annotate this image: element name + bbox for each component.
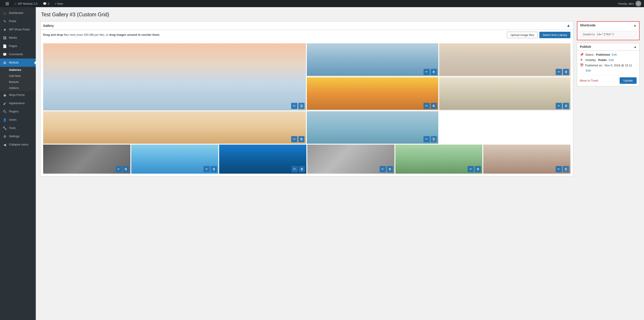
- edit-image-button-7[interactable]: ✏: [424, 136, 430, 142]
- wp-logo-button[interactable]: ⊞: [3, 0, 12, 7]
- sidebar-item-appearance[interactable]: 🖌 Appearance: [0, 99, 36, 107]
- publish-header[interactable]: Publish ▲: [577, 43, 639, 50]
- gallery-item-actions-2: ✏ 🗑: [424, 69, 437, 75]
- delete-image-button-11[interactable]: 🗑: [387, 166, 393, 172]
- pages-icon: 📄: [3, 44, 7, 48]
- edit-image-button-3[interactable]: ✏: [556, 69, 562, 75]
- sidebar-item-settings[interactable]: ⚙ Settings: [0, 132, 36, 141]
- sidebar-item-wp-show-posts[interactable]: ★ WP Show Posts: [0, 25, 36, 34]
- sidebar-sub-addons[interactable]: Addons: [0, 85, 36, 91]
- wp-show-posts-icon: ★: [3, 27, 7, 32]
- main-panel: Gallery ▲ Drag and drop files here (max …: [40, 21, 573, 180]
- gallery-item-swimming[interactable]: ✏ 🗑: [219, 145, 306, 174]
- move-to-trash-link[interactable]: Move to Trash: [580, 79, 598, 82]
- gallery-meta-box-header[interactable]: Gallery ▲: [40, 21, 573, 30]
- gallery-item-actions-12: ✏ 🗑: [468, 166, 481, 172]
- gallery-item-runners[interactable]: ✏ 🗑: [307, 145, 394, 174]
- gallery-item-actions-4: ✏ 🗑: [424, 103, 437, 109]
- site-name-button[interactable]: ⌂ WP Modula 2.0: [12, 0, 40, 7]
- gallery-item-surfer[interactable]: ✏ 🗑: [307, 43, 438, 76]
- gallery-item-sunset[interactable]: ✏ 🗑: [307, 77, 438, 110]
- gallery-item-actions-13: ✏ 🗑: [556, 166, 569, 172]
- visibility-label: Visibility:: [585, 58, 596, 62]
- main-content: Test Gallery #3 (Custom Grid) Gallery ▲ …: [36, 7, 644, 320]
- edit-image-button-5[interactable]: ✏: [556, 103, 562, 109]
- gallery-instruction: Drag and drop files here (max 300 MB per…: [43, 33, 160, 37]
- sidebar-item-comments[interactable]: 💬 Comments: [0, 50, 36, 58]
- edit-image-button-11[interactable]: ✏: [380, 166, 386, 172]
- sidebar-item-collapse[interactable]: ◀ Collapse menu: [0, 141, 36, 149]
- appearance-icon: 🖌: [3, 101, 7, 106]
- sidebar-item-pages[interactable]: 📄 Pages: [0, 42, 36, 50]
- gallery-item-basketball[interactable]: ✏ 🗑: [131, 145, 218, 174]
- sidebar-item-users[interactable]: 👤 Users: [0, 116, 36, 124]
- upload-image-files-button[interactable]: Upload image files: [507, 32, 538, 38]
- new-button[interactable]: + New: [52, 0, 66, 7]
- collapse-icon: ◀: [3, 142, 7, 147]
- shortcode-header[interactable]: Shortcode ▲: [577, 22, 639, 29]
- delete-image-button-12[interactable]: 🗑: [475, 166, 481, 172]
- sidebar-item-ninja-forms[interactable]: ◉ Ninja Forms: [0, 91, 36, 99]
- edit-image-button-13[interactable]: ✏: [556, 166, 562, 172]
- update-button[interactable]: Update: [620, 77, 636, 84]
- status-edit-link[interactable]: Edit: [612, 53, 617, 56]
- delete-image-button-9[interactable]: 🗑: [211, 166, 217, 172]
- delete-image-button-3[interactable]: 🗑: [563, 69, 569, 75]
- delete-image-button-6[interactable]: 🗑: [298, 136, 304, 142]
- sidebar-item-media[interactable]: 🖼 Media: [0, 34, 36, 42]
- delete-image-button-8[interactable]: 🗑: [123, 166, 129, 172]
- edit-image-button-6[interactable]: ✏: [291, 136, 298, 142]
- delete-image-button-5[interactable]: 🗑: [563, 103, 569, 109]
- gallery-item-actions-6: ✏ 🗑: [291, 136, 304, 142]
- gallery-item-beach2[interactable]: ✏ 🗑: [439, 43, 571, 76]
- gallery-item-portrait[interactable]: ✏ 🗑: [483, 145, 570, 174]
- published-edit-link[interactable]: Edit: [586, 69, 590, 72]
- select-from-library-button[interactable]: Select from Library: [539, 32, 570, 38]
- image-beach-large: [43, 43, 306, 110]
- comments-button[interactable]: 💬 0: [40, 0, 52, 7]
- edit-image-button-8[interactable]: ✏: [116, 166, 122, 172]
- edit-image-button-4[interactable]: ✏: [424, 103, 430, 109]
- wp-logo-icon: ⊞: [5, 1, 9, 6]
- sidebar-label-posts: Posts: [9, 19, 16, 23]
- sidebar-item-tools[interactable]: 🔧 Tools: [0, 124, 36, 132]
- delete-image-button-2[interactable]: 🗑: [431, 69, 437, 75]
- visibility-icon: 👁: [580, 58, 584, 62]
- gallery-meta-box: Gallery ▲ Drag and drop files here (max …: [40, 21, 573, 177]
- shortcode-input[interactable]: [580, 31, 636, 37]
- gallery-item-soccer[interactable]: ✏ 🗑: [395, 145, 482, 174]
- delete-image-button-4[interactable]: 🗑: [431, 103, 437, 109]
- edit-image-button-1[interactable]: ✏: [291, 103, 298, 109]
- comments-nav-icon: 💬: [3, 52, 7, 57]
- sidebar-item-posts[interactable]: ✎ Posts: [0, 17, 36, 25]
- published-value: Nov 5, 2018 @ 15:11: [605, 64, 632, 67]
- edit-image-button-12[interactable]: ✏: [468, 166, 474, 172]
- gallery-item-wave1[interactable]: ✏ 🗑: [439, 77, 571, 110]
- visibility-edit-link[interactable]: Edit: [609, 58, 614, 62]
- sidebar-item-modula[interactable]: ⊞ Modula: [0, 58, 36, 67]
- gallery-item-cyclists[interactable]: ✏ 🗑: [43, 145, 130, 174]
- edit-image-button-10[interactable]: ✏: [292, 166, 298, 172]
- sidebar-item-dashboard[interactable]: ⌂ Dashboard: [0, 9, 36, 17]
- gallery-item-beach-large[interactable]: ✏ 🗑: [43, 43, 306, 110]
- delete-image-button-7[interactable]: 🗑: [431, 136, 437, 142]
- shortcode-toggle-icon: ▲: [634, 24, 636, 27]
- delete-image-button-10[interactable]: 🗑: [299, 166, 305, 172]
- comments-icon: 💬: [43, 2, 46, 5]
- shortcode-content: [577, 29, 639, 40]
- sidebar-sub-add-new[interactable]: Add New: [0, 73, 36, 79]
- gallery-item-beach3[interactable]: ✏ 🗑: [43, 111, 306, 144]
- sidebar-sub-modula[interactable]: Modula: [0, 79, 36, 85]
- sidebar-item-plugins[interactable]: 🔌 Plugins: [0, 107, 36, 116]
- sidebar-sub-galleries[interactable]: Galleries: [0, 67, 36, 73]
- gallery-grid-row1: ✏ 🗑 ✏ 🗑: [43, 43, 570, 144]
- edit-image-button-2[interactable]: ✏: [424, 69, 430, 75]
- sidebar-label-pages: Pages: [9, 44, 17, 48]
- gallery-item-wave2[interactable]: ✏ 🗑: [307, 111, 438, 144]
- right-sidebar: Shortcode ▲ Publish ▲ 📌: [577, 21, 640, 86]
- gallery-top-bar: Drag and drop files here (max 300 MB per…: [43, 33, 570, 41]
- edit-image-button-9[interactable]: ✏: [204, 166, 210, 172]
- delete-image-button-1[interactable]: 🗑: [298, 103, 304, 109]
- delete-image-button-13[interactable]: 🗑: [563, 166, 569, 172]
- gallery-item-actions-5: ✏ 🗑: [556, 103, 569, 109]
